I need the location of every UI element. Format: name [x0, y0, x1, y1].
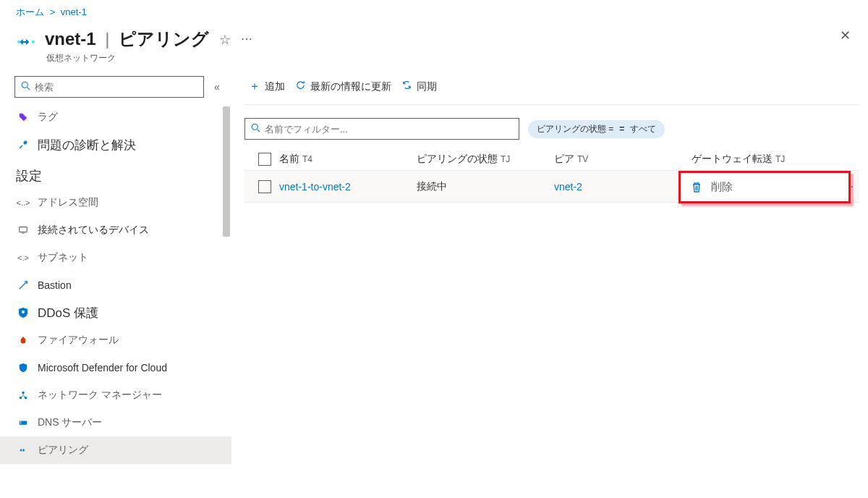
- subnet-icon: <.>: [16, 253, 30, 262]
- col-peer[interactable]: ピアTV: [554, 153, 692, 166]
- tag-icon: [16, 112, 30, 122]
- sidebar-item-label: 接続されているデバイス: [38, 224, 223, 237]
- table-header: 名前T4 ピアリングの状態TJ ピアTV ゲートウェイ転送TJ: [244, 148, 859, 171]
- refresh-button[interactable]: 最新の情報に更新: [291, 77, 396, 96]
- row-peer-link[interactable]: vnet-2: [554, 181, 692, 193]
- page-header: vnet-1 | ピアリング 仮想ネットワーク ☆ ⋯ ✕: [0, 22, 868, 76]
- address-space-icon: <..>: [16, 198, 30, 207]
- sidebar-item-label: ラグ: [38, 111, 223, 124]
- sidebar-item-peering[interactable]: ピアリング: [0, 436, 231, 464]
- sidebar-item-ddos[interactable]: DDoS 保護: [0, 299, 231, 326]
- pill-value: すべて: [630, 123, 656, 135]
- plus-icon: ＋: [249, 79, 260, 94]
- sidebar-item-defender[interactable]: Microsoft Defender for Cloud: [0, 354, 231, 381]
- header-more-icon[interactable]: ⋯: [241, 32, 253, 46]
- name-filter[interactable]: [244, 118, 519, 140]
- device-icon: [16, 225, 30, 235]
- sidebar-item-diagnose[interactable]: 問題の診断と解決: [0, 131, 231, 159]
- delete-menu-item[interactable]: 削除: [681, 173, 848, 201]
- resource-type-label: 仮想ネットワーク: [46, 52, 209, 64]
- svg-point-2: [22, 82, 27, 88]
- sidebar-item-connected-devices[interactable]: 接続されているデバイス: [0, 216, 231, 244]
- trash-icon: [691, 182, 702, 193]
- sidebar-item-label: ネットワーク マネージャー: [38, 389, 223, 402]
- svg-line-13: [258, 130, 260, 132]
- sidebar-item-label: ピアリング: [38, 444, 223, 457]
- sidebar-item-address-space[interactable]: <..> アドレス空間: [0, 189, 231, 216]
- pill-eq: =: [619, 124, 624, 134]
- blade-title: ピアリング: [119, 29, 209, 48]
- sidebar-item-bastion[interactable]: Bastion: [0, 271, 231, 299]
- sidebar-item-dns[interactable]: DNS サーバー: [0, 409, 231, 436]
- row-checkbox[interactable]: [258, 180, 271, 193]
- sidebar: « ▲ ラグ 問題の診断と解決 設定 <..> アドレス空間 接続されているデバ…: [0, 76, 231, 498]
- svg-point-0: [17, 41, 20, 43]
- sidebar-item-network-manager[interactable]: ネットワーク マネージャー: [0, 381, 231, 409]
- svg-point-1: [32, 41, 35, 43]
- defender-icon: [16, 363, 30, 373]
- status-filter-pill[interactable]: ピアリングの状態 = = すべて: [528, 120, 665, 138]
- sidebar-item-label: サブネット: [38, 251, 223, 264]
- refresh-label: 最新の情報に更新: [310, 80, 391, 93]
- search-icon: [21, 81, 30, 93]
- svg-point-12: [252, 124, 258, 130]
- sidebar-item-subnets[interactable]: <.> サブネット: [0, 244, 231, 271]
- firewall-icon: [16, 335, 30, 345]
- breadcrumb: ホーム > vnet-1: [0, 0, 868, 22]
- col-status[interactable]: ピアリングの状態TJ: [417, 153, 554, 166]
- favorite-star-icon[interactable]: ☆: [219, 32, 231, 48]
- row-context-menu: 削除: [678, 171, 851, 203]
- sidebar-item-label: Bastion: [38, 279, 223, 291]
- add-label: 追加: [265, 80, 285, 93]
- sidebar-section-settings: 設定: [0, 159, 231, 189]
- close-icon[interactable]: ✕: [840, 28, 851, 43]
- row-name-link[interactable]: vnet-1-to-vnet-2: [279, 181, 417, 193]
- svg-rect-11: [20, 423, 22, 423]
- sync-button[interactable]: 同期: [397, 77, 441, 96]
- row-status: 接続中: [417, 180, 554, 193]
- sidebar-item-label: DDoS 保護: [38, 305, 223, 321]
- sidebar-scrollbar-thumb[interactable]: [223, 106, 230, 237]
- sidebar-collapse-icon[interactable]: «: [208, 81, 226, 93]
- col-name[interactable]: 名前T4: [279, 153, 417, 166]
- search-icon: [251, 123, 260, 135]
- filter-bar: ピアリングの状態 = = すべて: [244, 118, 859, 140]
- sidebar-item-tags[interactable]: ラグ: [0, 104, 231, 131]
- vnet-icon: [16, 32, 36, 52]
- name-filter-input[interactable]: [265, 124, 513, 135]
- svg-rect-4: [20, 227, 27, 232]
- table-row: vnet-1-to-vnet-2 接続中 vnet-2 Disabled ⋯ 削…: [244, 171, 859, 203]
- pill-label: ピアリングの状態 =: [537, 123, 613, 135]
- tools-icon: [16, 139, 30, 151]
- sidebar-item-firewall[interactable]: ファイアウォール: [0, 326, 231, 354]
- svg-line-3: [27, 88, 30, 90]
- peering-icon: [16, 445, 30, 455]
- breadcrumb-current[interactable]: vnet-1: [61, 7, 87, 17]
- shield-icon: [16, 307, 30, 318]
- sidebar-item-label: DNS サーバー: [38, 416, 223, 429]
- bastion-icon: [16, 280, 30, 290]
- page-title: vnet-1 | ピアリング: [45, 28, 209, 51]
- sidebar-item-label: Microsoft Defender for Cloud: [38, 362, 223, 374]
- delete-label: 削除: [711, 180, 733, 194]
- peering-table: 名前T4 ピアリングの状態TJ ピアTV ゲートウェイ転送TJ vnet-1-t…: [244, 148, 859, 203]
- sidebar-item-label: ファイアウォール: [38, 334, 223, 347]
- sync-icon: [401, 80, 412, 93]
- sync-label: 同期: [417, 80, 437, 93]
- resource-name: vnet-1: [45, 29, 96, 48]
- sidebar-item-label: アドレス空間: [38, 196, 223, 209]
- main-content: ＋ 追加 最新の情報に更新 同期 ピアリングの状態 = = すべて: [231, 76, 868, 498]
- sidebar-search[interactable]: [14, 76, 204, 98]
- command-bar: ＋ 追加 最新の情報に更新 同期: [244, 76, 859, 105]
- svg-point-5: [22, 311, 25, 313]
- add-button[interactable]: ＋ 追加: [244, 76, 289, 97]
- select-all-checkbox[interactable]: [258, 153, 271, 166]
- netmgr-icon: [16, 390, 30, 400]
- breadcrumb-home[interactable]: ホーム: [16, 7, 44, 17]
- sidebar-item-label: 問題の診断と解決: [38, 137, 223, 153]
- svg-rect-10: [20, 421, 22, 422]
- sidebar-search-input[interactable]: [35, 82, 197, 93]
- refresh-icon: [295, 80, 306, 93]
- breadcrumb-separator: >: [50, 7, 56, 17]
- col-gateway[interactable]: ゲートウェイ転送TJ: [692, 153, 832, 166]
